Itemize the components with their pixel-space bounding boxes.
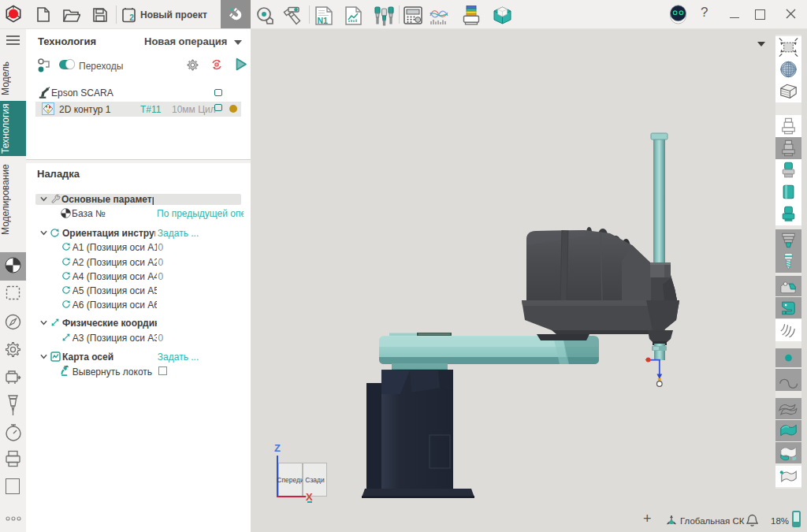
svg-text:N1: N1 (318, 16, 329, 25)
svg-text:2: 2 (129, 13, 134, 22)
